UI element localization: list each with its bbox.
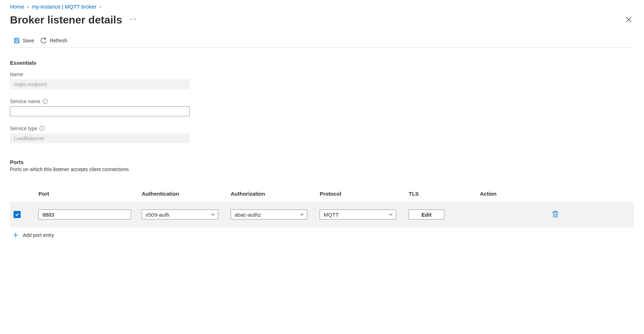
- port-input[interactable]: [38, 210, 131, 219]
- breadcrumb: Home › my-instance | MQTT broker ›: [10, 3, 634, 12]
- breadcrumb-item-instance[interactable]: my-instance | MQTT broker: [32, 4, 96, 10]
- row-checkbox[interactable]: [14, 211, 21, 218]
- save-button[interactable]: Save: [14, 37, 34, 44]
- authorization-value: abac-authz: [235, 212, 261, 218]
- info-icon[interactable]: i: [43, 99, 48, 104]
- essentials-heading: Essentials: [10, 60, 634, 66]
- essentials-section: Essentials Name Service name i Service t…: [10, 48, 634, 143]
- ports-heading: Ports: [10, 159, 634, 165]
- ports-description: Ports on which this listener accepts cli…: [10, 166, 634, 172]
- checkmark-icon: [15, 212, 19, 217]
- breadcrumb-item-home[interactable]: Home: [10, 4, 24, 10]
- authorization-select[interactable]: abac-authz: [231, 210, 307, 219]
- save-icon: [14, 37, 20, 44]
- protocol-select[interactable]: MQTT: [320, 210, 396, 219]
- name-field: Name: [10, 71, 634, 89]
- col-tls: TLS: [409, 191, 480, 197]
- name-input: [10, 79, 190, 89]
- service-type-field: Service type i: [10, 126, 634, 143]
- ports-table-header: Port Authentication Authorization Protoc…: [10, 191, 634, 202]
- plus-icon: [13, 232, 19, 238]
- refresh-icon: [41, 37, 47, 44]
- service-name-label: Service name: [10, 99, 41, 104]
- ports-section: Ports Ports on which this listener accep…: [10, 159, 634, 243]
- service-type-label: Service type: [10, 126, 37, 131]
- close-button[interactable]: [623, 14, 634, 26]
- col-authorization: Authorization: [231, 191, 320, 197]
- refresh-button[interactable]: Refresh: [41, 37, 67, 44]
- page-title: Broker listener details: [10, 14, 122, 26]
- chevron-down-icon: [389, 212, 393, 217]
- more-actions-button[interactable]: ···: [129, 15, 137, 25]
- authentication-select[interactable]: x509-auth: [142, 210, 218, 219]
- trash-icon: [552, 211, 559, 218]
- svg-rect-3: [15, 38, 18, 40]
- col-port: Port: [38, 191, 142, 197]
- chevron-down-icon: [300, 212, 304, 217]
- tls-edit-button[interactable]: Edit: [409, 210, 444, 219]
- toolbar: Save Refresh: [10, 35, 634, 48]
- add-port-entry-button[interactable]: Add port entry: [10, 227, 634, 243]
- delete-row-button[interactable]: [552, 211, 559, 219]
- svg-rect-4: [15, 41, 19, 43]
- col-authentication: Authentication: [142, 191, 231, 197]
- save-label: Save: [23, 38, 34, 43]
- name-label: Name: [10, 71, 634, 77]
- service-name-input[interactable]: [10, 106, 190, 116]
- col-protocol: Protocol: [320, 191, 409, 197]
- ports-table: Port Authentication Authorization Protoc…: [10, 191, 634, 227]
- info-icon[interactable]: i: [40, 126, 44, 131]
- authentication-value: x509-auth: [146, 212, 169, 218]
- service-type-input: [10, 133, 190, 143]
- protocol-value: MQTT: [324, 212, 339, 218]
- tls-edit-label: Edit: [422, 212, 431, 218]
- close-icon: [625, 16, 632, 23]
- service-name-field: Service name i: [10, 99, 634, 116]
- chevron-right-icon: ›: [99, 4, 101, 10]
- table-row: x509-auth abac-authz MQTT Edit: [10, 202, 634, 227]
- chevron-down-icon: [211, 212, 215, 217]
- chevron-right-icon: ›: [27, 4, 29, 10]
- title-row: Broker listener details ···: [10, 12, 634, 35]
- col-action: Action: [480, 191, 630, 197]
- refresh-label: Refresh: [50, 38, 67, 43]
- add-port-entry-label: Add port entry: [23, 232, 54, 238]
